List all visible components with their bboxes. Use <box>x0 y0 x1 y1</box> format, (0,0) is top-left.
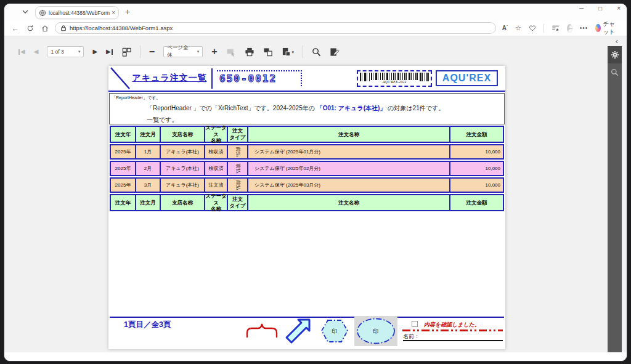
print-page-button[interactable] <box>263 47 273 57</box>
company-logo: AQU'REX <box>436 70 498 86</box>
previous-page-button[interactable]: ◀ <box>34 49 39 55</box>
cell-order-type: 前払 <box>228 145 248 158</box>
zoom-out-button[interactable]: − <box>149 47 155 57</box>
print-button[interactable] <box>245 47 254 57</box>
refresh-icon[interactable] <box>26 25 34 32</box>
col-header: 注文月 <box>136 195 161 210</box>
minimize-button[interactable]: ─ <box>579 5 584 12</box>
cell-order-name: システム保守 (2025年02月分) <box>248 162 450 175</box>
col-header: 注文金額 <box>450 127 503 142</box>
browser-bottom-strip <box>4 352 627 362</box>
export-options-tab[interactable] <box>608 46 622 63</box>
copilot-button[interactable]: チャット <box>595 20 618 36</box>
more-menu-icon[interactable]: ••• <box>580 25 588 31</box>
copilot-icon <box>595 24 600 32</box>
col-header: 注文 タイプ <box>228 195 248 210</box>
address-bar-actions: Aˇ ☆ ••• チャット <box>502 20 627 36</box>
multipage-view-button[interactable] <box>122 47 131 57</box>
address-bar[interactable]: https://localhost:44388/WebForm1.aspx <box>55 22 496 34</box>
home-icon[interactable] <box>41 25 49 32</box>
rich-text-line1: 「ReportHeader」です。 <box>112 95 160 101</box>
confirm-checkbox[interactable] <box>412 321 418 327</box>
brace-shape <box>245 322 279 338</box>
rich-text-line2-pre: 「ReportHeader 」での「XrRichText」です。2024-202… <box>147 105 317 111</box>
cell-status: 検収済 <box>205 145 228 158</box>
tab-search-chevron-icon[interactable] <box>22 8 31 17</box>
favorite-star-icon[interactable]: ☆ <box>515 24 521 32</box>
tab-strip: localhost:44388/WebForm1.aspx × + ─ □ × <box>4 4 627 20</box>
postal-code-box: 650-0012 <box>217 70 302 86</box>
chevron-down-icon: ▾ <box>292 50 295 54</box>
col-header: 注文年 <box>111 195 136 210</box>
last-page-button[interactable]: ▶ <box>106 49 113 55</box>
barcode: AQU'REX-2024 <box>357 70 432 87</box>
rich-text-block: 「ReportHeader」です。 「ReportHeader 」での「XrRi… <box>109 93 505 124</box>
browser-essentials-icon[interactable] <box>529 25 536 32</box>
cell-amount: 10,000 <box>450 179 503 192</box>
highlight-editing-fields-button[interactable] <box>226 47 236 57</box>
cell-branch: アキュラ(本社) <box>161 162 205 175</box>
col-header: 注文名称 <box>248 195 450 210</box>
search-tab[interactable] <box>608 63 622 81</box>
browser-tab[interactable]: localhost:44388/WebForm1.aspx × <box>35 6 119 19</box>
cell-status: 注文済 <box>205 179 228 192</box>
confirm-text: 内容を確認しました。 <box>424 321 480 329</box>
arrow-shape <box>283 317 312 346</box>
gear-icon <box>611 51 619 59</box>
divider <box>140 46 140 58</box>
cell-year: 2025年 <box>111 179 136 192</box>
page-select-value: 1 of 3 <box>51 49 63 55</box>
cell-order-type: 前払 <box>228 162 248 175</box>
zoom-select[interactable]: ページ全体▾ <box>163 46 203 57</box>
chevron-down-icon: ▾ <box>193 49 200 54</box>
divider <box>303 46 303 58</box>
zoom-in-button[interactable]: + <box>211 47 217 57</box>
rich-text-line2-highlight: 「O01: アキュラ(本社)」 <box>317 105 386 111</box>
cell-amount: 10,000 <box>450 162 503 175</box>
viewer-toolbar: ◀ ◀ 1 of 3▾ ▶ ▶ − ページ全体▾ + <box>4 41 348 62</box>
favorites-bar-icon[interactable] <box>552 25 560 32</box>
tab-close-icon[interactable]: × <box>112 9 115 16</box>
stamp-ellipse: 印 <box>354 316 397 346</box>
export-button[interactable]: ▾ <box>282 47 295 57</box>
globe-icon <box>39 9 46 17</box>
rich-text-line2-post: の対象は21件です。 <box>386 105 444 111</box>
header-rule <box>108 91 505 92</box>
report-page: アキュラ注文一覧 650-0012 AQU'REX-2024 AQU'REX 「… <box>108 66 505 349</box>
col-header: 支店名称 <box>161 195 205 210</box>
diagonal-line <box>110 67 130 89</box>
viewer-side-panel <box>608 46 622 352</box>
col-header: ステータス 名称 <box>205 195 228 210</box>
new-tab-button[interactable]: + <box>125 7 130 17</box>
close-button[interactable]: × <box>617 5 621 12</box>
table-row: 2025年 1月 アキュラ(本社) 検収済 前払 システム保守 (2025年01… <box>110 144 504 160</box>
cell-year: 2025年 <box>111 162 136 175</box>
open-report-designer-button[interactable] <box>330 47 340 57</box>
cell-month: 3月 <box>136 179 161 192</box>
divider <box>211 68 213 89</box>
orders-table: 注文年 注文月 支店名称 ステータス 名称 注文 タイプ 注文名称 注文金額 2… <box>110 126 504 212</box>
search-button[interactable] <box>312 47 321 57</box>
first-page-button[interactable]: ◀ <box>18 49 25 55</box>
name-underline <box>403 340 503 341</box>
collapse-panel-icon[interactable]: ‹ <box>616 36 618 46</box>
page-select[interactable]: 1 of 3▾ <box>47 46 84 57</box>
cell-order-name: システム保守 (2025年03月分) <box>248 179 450 192</box>
stamp-hexagon: 印 <box>320 318 349 344</box>
next-page-button[interactable]: ▶ <box>92 49 97 55</box>
rich-text-line3: 一覧です。 <box>147 116 177 124</box>
col-header: 注文年 <box>111 127 136 142</box>
cell-month: 2月 <box>136 162 161 175</box>
cell-month: 1月 <box>136 145 161 158</box>
col-header: 注文名称 <box>248 127 450 142</box>
search-icon <box>611 68 619 76</box>
read-aloud-icon[interactable]: Aˇ <box>502 25 508 31</box>
profile-avatar[interactable] <box>567 24 572 33</box>
back-icon[interactable]: ← <box>12 24 19 33</box>
tab-title: localhost:44388/WebForm1.aspx <box>49 10 110 16</box>
window-controls: ─ □ × <box>579 5 621 12</box>
cell-order-name: システム保守 (2025年01月分) <box>248 145 450 158</box>
red-dash-dot-line <box>402 330 503 331</box>
col-header: 注文月 <box>136 127 161 142</box>
maximize-button[interactable]: □ <box>598 5 602 12</box>
